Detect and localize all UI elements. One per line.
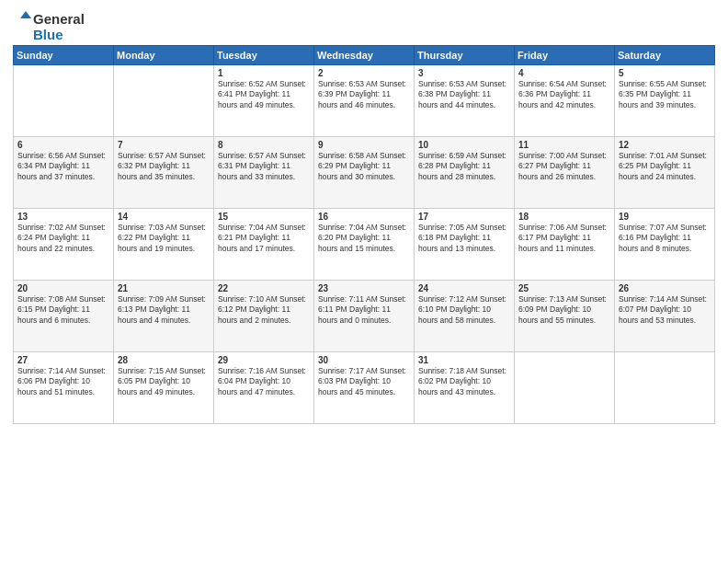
day-cell [114,65,214,137]
day-info: Sunrise: 7:10 AM Sunset: 6:12 PM Dayligh… [218,294,310,326]
day-number: 4 [518,68,610,78]
day-cell: 29Sunrise: 7:16 AM Sunset: 6:04 PM Dayli… [214,352,314,424]
day-number: 18 [518,212,610,222]
weekday-header-monday: Monday [114,46,214,65]
day-number: 15 [218,212,310,222]
day-number: 8 [218,140,310,150]
day-cell: 15Sunrise: 7:04 AM Sunset: 6:21 PM Dayli… [214,209,314,281]
day-cell: 13Sunrise: 7:02 AM Sunset: 6:24 PM Dayli… [14,209,114,281]
week-row-1: 1Sunrise: 6:52 AM Sunset: 6:41 PM Daylig… [14,65,715,137]
weekday-header-tuesday: Tuesday [214,46,314,65]
day-cell: 4Sunrise: 6:54 AM Sunset: 6:36 PM Daylig… [515,65,615,137]
svg-marker-0 [20,11,31,18]
day-number: 29 [218,355,310,365]
day-number: 6 [17,140,109,150]
day-cell: 10Sunrise: 6:59 AM Sunset: 6:28 PM Dayli… [415,137,515,209]
weekday-header-row: SundayMondayTuesdayWednesdayThursdayFrid… [14,46,715,65]
day-cell: 28Sunrise: 7:15 AM Sunset: 6:05 PM Dayli… [114,352,214,424]
day-info: Sunrise: 7:03 AM Sunset: 6:22 PM Dayligh… [118,223,210,254]
day-info: Sunrise: 7:17 AM Sunset: 6:03 PM Dayligh… [318,366,410,397]
day-info: Sunrise: 7:07 AM Sunset: 6:16 PM Dayligh… [619,223,711,254]
week-row-4: 20Sunrise: 7:08 AM Sunset: 6:15 PM Dayli… [14,281,715,352]
day-number: 14 [118,212,210,222]
day-info: Sunrise: 6:53 AM Sunset: 6:39 PM Dayligh… [318,79,410,110]
day-number: 26 [619,283,711,293]
day-info: Sunrise: 7:15 AM Sunset: 6:05 PM Dayligh… [118,366,210,397]
day-number: 30 [318,355,410,365]
day-cell: 6Sunrise: 6:56 AM Sunset: 6:34 PM Daylig… [14,137,114,209]
day-number: 17 [418,212,510,222]
weekday-header-saturday: Saturday [615,46,715,65]
week-row-5: 27Sunrise: 7:14 AM Sunset: 6:06 PM Dayli… [14,352,715,424]
day-number: 22 [218,283,310,293]
day-number: 13 [17,212,109,222]
day-number: 2 [318,68,410,78]
day-number: 9 [318,140,410,150]
day-info: Sunrise: 6:54 AM Sunset: 6:36 PM Dayligh… [518,79,610,110]
day-cell: 22Sunrise: 7:10 AM Sunset: 6:12 PM Dayli… [214,281,314,352]
day-cell: 31Sunrise: 7:18 AM Sunset: 6:02 PM Dayli… [415,352,515,424]
day-info: Sunrise: 7:16 AM Sunset: 6:04 PM Dayligh… [218,366,310,397]
day-number: 21 [118,283,210,293]
day-cell: 27Sunrise: 7:14 AM Sunset: 6:06 PM Dayli… [14,352,114,424]
day-number: 11 [518,140,610,150]
weekday-header-friday: Friday [515,46,615,65]
day-info: Sunrise: 6:52 AM Sunset: 6:41 PM Dayligh… [218,79,310,110]
day-number: 23 [318,283,410,293]
header-row: General Blue [13,9,715,41]
logo-blue: Blue [33,28,63,41]
day-cell: 7Sunrise: 6:57 AM Sunset: 6:32 PM Daylig… [114,137,214,209]
calendar-table: SundayMondayTuesdayWednesdayThursdayFrid… [13,45,715,424]
day-info: Sunrise: 6:56 AM Sunset: 6:34 PM Dayligh… [17,151,109,182]
day-info: Sunrise: 7:11 AM Sunset: 6:11 PM Dayligh… [318,294,410,326]
day-number: 27 [17,355,109,365]
day-cell: 5Sunrise: 6:55 AM Sunset: 6:35 PM Daylig… [615,65,715,137]
day-cell: 20Sunrise: 7:08 AM Sunset: 6:15 PM Dayli… [14,281,114,352]
day-cell: 21Sunrise: 7:09 AM Sunset: 6:13 PM Dayli… [114,281,214,352]
weekday-header-wednesday: Wednesday [314,46,415,65]
day-number: 3 [418,68,510,78]
week-row-3: 13Sunrise: 7:02 AM Sunset: 6:24 PM Dayli… [14,209,715,281]
day-info: Sunrise: 7:18 AM Sunset: 6:02 PM Dayligh… [418,366,510,397]
week-row-2: 6Sunrise: 6:56 AM Sunset: 6:34 PM Daylig… [14,137,715,209]
day-cell: 30Sunrise: 7:17 AM Sunset: 6:03 PM Dayli… [314,352,415,424]
day-cell [14,65,114,137]
calendar-container: General Blue SundayMondayTuesdayWednesda… [0,0,728,431]
day-cell: 14Sunrise: 7:03 AM Sunset: 6:22 PM Dayli… [114,209,214,281]
day-cell: 26Sunrise: 7:14 AM Sunset: 6:07 PM Dayli… [615,281,715,352]
logo: General Blue [13,9,85,41]
day-info: Sunrise: 7:12 AM Sunset: 6:10 PM Dayligh… [418,294,510,326]
day-info: Sunrise: 7:04 AM Sunset: 6:21 PM Dayligh… [218,223,310,254]
day-number: 24 [418,283,510,293]
day-cell: 9Sunrise: 6:58 AM Sunset: 6:29 PM Daylig… [314,137,415,209]
day-number: 31 [418,355,510,365]
day-info: Sunrise: 6:57 AM Sunset: 6:31 PM Dayligh… [218,151,310,182]
day-info: Sunrise: 6:53 AM Sunset: 6:38 PM Dayligh… [418,79,510,110]
day-number: 16 [318,212,410,222]
day-cell: 24Sunrise: 7:12 AM Sunset: 6:10 PM Dayli… [415,281,515,352]
day-number: 10 [418,140,510,150]
day-info: Sunrise: 7:02 AM Sunset: 6:24 PM Dayligh… [17,223,109,254]
day-number: 12 [619,140,711,150]
day-number: 25 [518,283,610,293]
day-info: Sunrise: 7:08 AM Sunset: 6:15 PM Dayligh… [17,294,109,326]
weekday-header-thursday: Thursday [415,46,515,65]
day-number: 19 [619,212,711,222]
day-info: Sunrise: 7:09 AM Sunset: 6:13 PM Dayligh… [118,294,210,326]
day-number: 28 [118,355,210,365]
day-info: Sunrise: 7:14 AM Sunset: 6:07 PM Dayligh… [619,294,711,326]
day-number: 1 [218,68,310,78]
day-info: Sunrise: 6:57 AM Sunset: 6:32 PM Dayligh… [118,151,210,182]
day-cell: 25Sunrise: 7:13 AM Sunset: 6:09 PM Dayli… [515,281,615,352]
day-cell: 2Sunrise: 6:53 AM Sunset: 6:39 PM Daylig… [314,65,415,137]
day-cell [615,352,715,424]
day-info: Sunrise: 6:58 AM Sunset: 6:29 PM Dayligh… [318,151,410,182]
day-number: 5 [619,68,711,78]
day-cell: 8Sunrise: 6:57 AM Sunset: 6:31 PM Daylig… [214,137,314,209]
day-cell: 23Sunrise: 7:11 AM Sunset: 6:11 PM Dayli… [314,281,415,352]
day-info: Sunrise: 6:59 AM Sunset: 6:28 PM Dayligh… [418,151,510,182]
day-info: Sunrise: 7:04 AM Sunset: 6:20 PM Dayligh… [318,223,410,254]
weekday-header-sunday: Sunday [14,46,114,65]
logo-general: General [33,12,85,26]
day-number: 20 [17,283,109,293]
